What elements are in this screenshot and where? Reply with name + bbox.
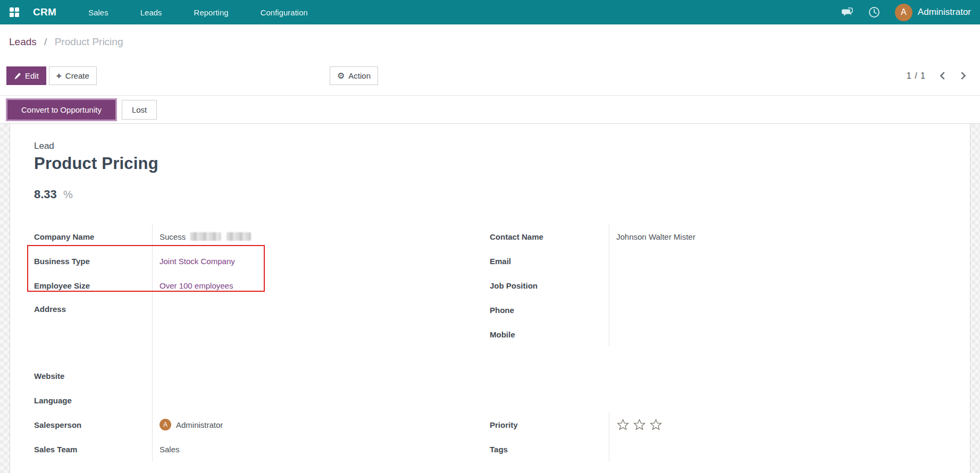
blurred-text (190, 232, 221, 241)
edit-button-label: Edit (25, 71, 39, 80)
address-label: Address (34, 298, 152, 314)
gear-icon: ⚙ (337, 72, 345, 80)
record-buttons: Edit + Create (6, 66, 97, 85)
pager: 1 / 1 (907, 66, 967, 85)
pager-count: 1 / 1 (907, 71, 926, 81)
right-column-gap (490, 347, 949, 412)
business-type-label: Business Type (34, 257, 152, 266)
menu-reporting[interactable]: Reporting (194, 8, 229, 17)
pager-next-icon[interactable] (959, 71, 967, 80)
field-row-salesperson: Salesperson A Administrator (34, 412, 482, 437)
email-label: Email (490, 257, 609, 266)
field-row-website: Website (34, 364, 482, 388)
priority-label: Priority (490, 420, 609, 429)
contact-name-value: Johnson Walter Mister (609, 232, 949, 241)
page-title: Product Pricing (34, 154, 949, 173)
star-icon[interactable] (633, 418, 646, 432)
field-columns: Company Name Sucess Business Type Joint … (34, 224, 949, 461)
field-row-business-type: Business Type Joint Stock Company (34, 249, 482, 273)
phone-label: Phone (490, 306, 609, 315)
probability-value: 8.33 (34, 188, 57, 201)
left-field-group: Company Name Sucess Business Type Joint … (34, 224, 482, 461)
sales-team-value[interactable]: Sales (152, 445, 482, 454)
probability: 8.33 % (34, 188, 949, 201)
tags-label: Tags (490, 445, 609, 454)
probability-unit: % (63, 189, 73, 200)
field-row-tags: Tags (490, 437, 949, 461)
field-row-phone: Phone (490, 298, 949, 322)
activities-clock-icon[interactable] (868, 6, 881, 19)
convert-to-opportunity-button[interactable]: Convert to Opportunity (7, 100, 115, 120)
blurred-text (227, 232, 251, 241)
company-name-label: Company Name (34, 232, 152, 241)
breadcrumb: Leads / Product Pricing (0, 24, 980, 50)
messages-icon[interactable] (841, 6, 853, 19)
right-column-separator-bottom (609, 412, 609, 461)
field-row-mobile: Mobile (490, 322, 949, 347)
control-panel: Edit + Create ⚙ Action 1 / 1 (0, 50, 980, 96)
action-button-label: Action (348, 71, 371, 80)
menu-leads[interactable]: Leads (140, 8, 162, 17)
star-icon[interactable] (649, 418, 663, 432)
language-label: Language (34, 396, 152, 405)
field-row-language: Language (34, 388, 482, 412)
sales-team-label: Sales Team (34, 445, 152, 454)
breadcrumb-current: Product Pricing (55, 36, 123, 47)
employee-size-label: Employee Size (34, 281, 152, 290)
field-row-email: Email (490, 249, 949, 273)
action-button[interactable]: ⚙ Action (330, 66, 378, 85)
user-menu[interactable]: A Administrator (895, 4, 971, 21)
field-row-priority: Priority (490, 412, 949, 437)
create-button-label: Create (65, 71, 89, 80)
company-name-value: Sucess (152, 232, 482, 241)
user-name: Administrator (918, 7, 971, 18)
user-avatar: A (895, 4, 912, 21)
salesperson-avatar: A (160, 419, 171, 430)
menu-configuration[interactable]: Configuration (261, 8, 308, 17)
pager-previous-icon[interactable] (939, 71, 947, 80)
salesperson-label: Salesperson (34, 420, 152, 429)
field-row-job-position: Job Position (490, 273, 949, 298)
main-menu: Sales Leads Reporting Configuration (88, 8, 308, 17)
plus-icon: + (56, 71, 62, 80)
lead-form-sheet: Lead Product Pricing 8.33 % Company Name… (10, 124, 970, 473)
priority-stars (616, 418, 663, 432)
breadcrumb-leads-link[interactable]: Leads (9, 36, 37, 47)
record-type-label: Lead (34, 141, 949, 151)
left-column-separator (152, 224, 153, 461)
field-row-contact-name: Contact Name Johnson Walter Mister (490, 224, 949, 249)
status-bar: Convert to Opportunity Lost (0, 96, 980, 123)
top-navbar: CRM Sales Leads Reporting Configuration … (0, 0, 980, 24)
salesperson-value[interactable]: A Administrator (152, 419, 482, 430)
mobile-label: Mobile (490, 330, 609, 339)
sheet-background: Lead Product Pricing 8.33 % Company Name… (0, 123, 980, 473)
pencil-icon (14, 72, 21, 80)
field-row-employee-size: Employee Size Over 100 employees (34, 273, 482, 298)
contact-name-label: Contact Name (490, 232, 609, 241)
lost-button[interactable]: Lost (122, 100, 157, 120)
field-row-address: Address (34, 298, 482, 364)
field-row-company-name: Company Name Sucess (34, 224, 482, 249)
navbar-right: A Administrator (841, 4, 971, 21)
business-type-value[interactable]: Joint Stock Company (152, 257, 482, 266)
field-row-sales-team: Sales Team Sales (34, 437, 482, 461)
website-label: Website (34, 371, 152, 381)
star-icon[interactable] (616, 418, 630, 432)
app-name[interactable]: CRM (33, 6, 56, 18)
right-field-group: Contact Name Johnson Walter Mister Email… (482, 224, 949, 461)
apps-grid-icon[interactable] (9, 7, 20, 18)
edit-button[interactable]: Edit (6, 66, 46, 85)
menu-sales[interactable]: Sales (88, 8, 108, 17)
employee-size-value[interactable]: Over 100 employees (152, 281, 482, 290)
breadcrumb-separator: / (44, 36, 47, 47)
right-column-separator-top (609, 224, 609, 347)
job-position-label: Job Position (490, 281, 609, 290)
create-button[interactable]: + Create (49, 66, 97, 85)
